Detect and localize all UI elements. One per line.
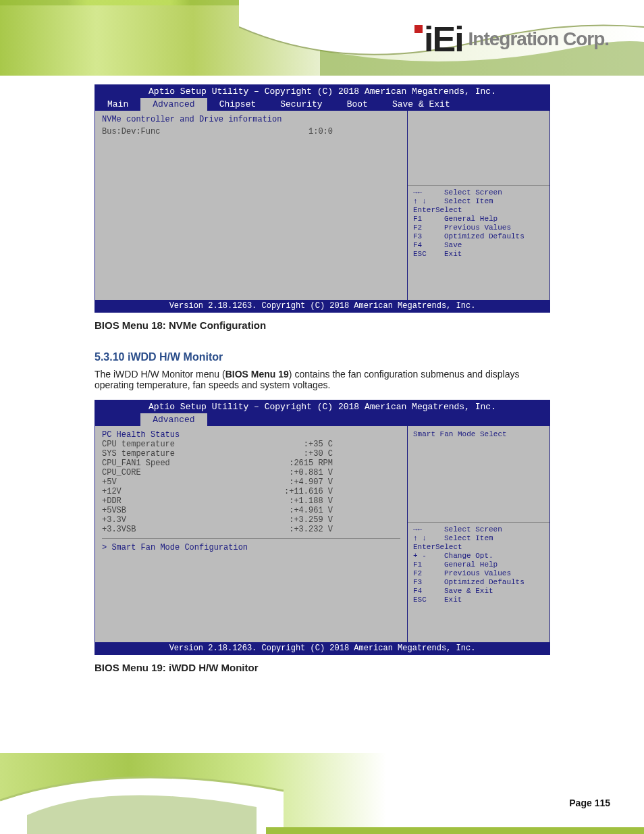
bios-left-pane-2: PC Health Status CPU temperature:+35 CSY… xyxy=(95,426,408,642)
health-value: :+3.232 V xyxy=(289,525,400,534)
help-f1-key-2: F1 xyxy=(413,561,444,569)
header-band: iEi Integration Corp. xyxy=(0,0,644,76)
logo-subtext: Integration Corp. xyxy=(468,28,610,50)
para-prefix: The iWDD H/W Monitor menu ( xyxy=(95,369,225,380)
health-label: CPU_FAN1 Speed xyxy=(102,459,170,468)
health-row: +5VSB:+4.961 V xyxy=(102,506,400,515)
brand-logo: iEi Integration Corp. xyxy=(414,12,630,66)
help-select-screen: Select Screen xyxy=(444,188,502,197)
health-value: :+1.188 V xyxy=(289,496,400,506)
tab-save-exit[interactable]: Save & Exit xyxy=(380,98,462,111)
health-row: +5V:+4.907 V xyxy=(102,477,400,487)
health-row: +3.3V:+3.259 V xyxy=(102,515,400,525)
help-change-opt: Change Opt. xyxy=(444,552,493,560)
help-esc-key: ESC xyxy=(413,250,444,258)
health-row: +3.3VSB:+3.232 V xyxy=(102,525,400,534)
health-label: +5V xyxy=(102,477,117,487)
help-optdef-2: Optimized Defaults xyxy=(444,578,525,586)
caption-bios18: BIOS Menu 18: NVMe Configuration xyxy=(95,319,550,331)
help-desc: Smart Fan Mode Select xyxy=(413,430,544,438)
help-enter-2: EnterSelect xyxy=(413,543,462,551)
health-value: :+30 C xyxy=(304,449,400,459)
health-value: :+4.961 V xyxy=(289,506,400,515)
arrow-ud-icon: ↑ ↓ xyxy=(413,197,444,205)
bios-tab-bar: Main Advanced Chipset Security Boot Save… xyxy=(95,98,549,111)
health-label: CPU_CORE xyxy=(102,468,141,477)
tab-advanced-2[interactable]: Advanced xyxy=(140,413,207,426)
health-row: CPU temperature:+35 C xyxy=(102,440,400,449)
bios-menu-18: Aptio Setup Utility – Copyright (C) 2018… xyxy=(95,84,550,313)
tab-chipset[interactable]: Chipset xyxy=(207,98,269,111)
bios-help-pane-2: Smart Fan Mode Select →←Select Screen ↑ … xyxy=(408,426,549,642)
caption-bios19: BIOS Menu 19: iWDD H/W Monitor xyxy=(95,662,550,673)
bios-tab-bar-2: Main Advanced xyxy=(95,413,549,426)
help-save-2: Save & Exit xyxy=(444,587,493,595)
help-f2-key: F2 xyxy=(413,224,444,232)
logo-iei-text: iEi xyxy=(424,19,463,59)
health-row: CPU_FAN1 Speed:2615 RPM xyxy=(102,459,400,468)
health-label: +3.3VSB xyxy=(102,525,136,534)
arrow-ud-icon-2: ↑ ↓ xyxy=(413,534,444,542)
bios-title-2: Aptio Setup Utility – Copyright (C) 2018… xyxy=(95,400,549,413)
health-value: :+11.616 V xyxy=(284,487,400,496)
submenu-smartfan[interactable]: > Smart Fan Mode Configuration xyxy=(102,543,400,552)
help-f1-key: F1 xyxy=(413,215,444,223)
help-select-item-2: Select Item xyxy=(444,534,493,542)
help-general: General Help xyxy=(444,215,498,223)
help-select-item: Select Item xyxy=(444,197,493,205)
help-f4-key: F4 xyxy=(413,241,444,249)
tab-advanced[interactable]: Advanced xyxy=(140,98,207,111)
help-esc-key-2: ESC xyxy=(413,596,444,604)
help-exit: Exit xyxy=(444,250,462,258)
help-select-screen-2: Select Screen xyxy=(444,525,502,533)
tab-main[interactable]: Main xyxy=(95,98,140,111)
val-bus-dev-func: 1:0:0 xyxy=(308,127,400,136)
health-label: +12V xyxy=(102,487,122,496)
help-pm-key: + - xyxy=(413,552,444,560)
health-value: :+3.259 V xyxy=(289,515,400,525)
tab-security[interactable]: Security xyxy=(268,98,334,111)
help-f4-key-2: F4 xyxy=(413,587,444,595)
arrow-lr-icon-2: →← xyxy=(413,525,444,533)
health-value: :2615 RPM xyxy=(289,459,400,468)
health-label: SYS temperature xyxy=(102,449,175,459)
help-prev-2: Previous Values xyxy=(444,569,511,577)
help-enter: EnterSelect xyxy=(413,206,462,214)
health-value: :+4.907 V xyxy=(289,477,400,487)
bios-left-pane: NVMe controller and Drive information Bu… xyxy=(95,111,408,300)
bios-help-pane: →←Select Screen ↑ ↓Select Item EnterSele… xyxy=(408,111,549,300)
section-label: NVMe controller and Drive information xyxy=(102,115,400,124)
health-row: SYS temperature:+30 C xyxy=(102,449,400,459)
health-label: +DDR xyxy=(102,496,122,506)
help-f2-key-2: F2 xyxy=(413,569,444,577)
help-general-2: General Help xyxy=(444,561,498,569)
help-f3-key-2: F3 xyxy=(413,578,444,586)
section-paragraph: The iWDD H/W Monitor menu (BIOS Menu 19)… xyxy=(95,369,550,390)
health-row: CPU_CORE:+0.881 V xyxy=(102,468,400,477)
health-label: +5VSB xyxy=(102,506,126,515)
health-row: +12V:+11.616 V xyxy=(102,487,400,496)
footer-swoosh xyxy=(0,753,644,834)
para-link[interactable]: BIOS Menu 19 xyxy=(225,369,289,380)
help-save: Save xyxy=(444,241,462,249)
help-f3-key: F3 xyxy=(413,232,444,240)
bios-title: Aptio Setup Utility – Copyright (C) 2018… xyxy=(95,85,549,98)
help-exit-2: Exit xyxy=(444,596,462,604)
health-row: +DDR:+1.188 V xyxy=(102,496,400,506)
opt-bus-dev-func: Bus:Dev:Func xyxy=(102,127,160,136)
help-prev: Previous Values xyxy=(444,224,511,232)
health-label: +3.3V xyxy=(102,515,126,525)
bios-version-2: Version 2.18.1263. Copyright (C) 2018 Am… xyxy=(95,642,549,654)
footer-band xyxy=(0,753,644,834)
health-label: CPU temperature xyxy=(102,440,175,449)
section-label-2: PC Health Status xyxy=(102,430,400,440)
page-number: Page 115 xyxy=(569,798,610,808)
logo-dot-icon xyxy=(414,25,423,33)
help-optdef: Optimized Defaults xyxy=(444,232,525,240)
tab-boot[interactable]: Boot xyxy=(335,98,380,111)
bios-menu-19: Aptio Setup Utility – Copyright (C) 2018… xyxy=(95,400,550,655)
arrow-lr-icon: →← xyxy=(413,188,444,197)
page-content: Aptio Setup Utility – Copyright (C) 2018… xyxy=(95,84,550,694)
health-value: :+35 C xyxy=(304,440,400,449)
section-heading: 5.3.10 iWDD H/W Monitor xyxy=(95,351,550,363)
